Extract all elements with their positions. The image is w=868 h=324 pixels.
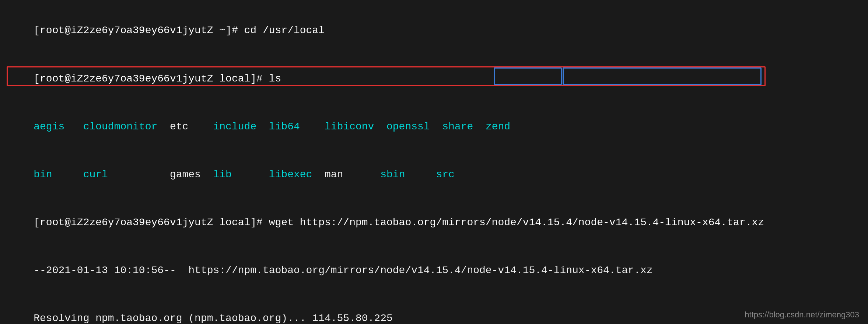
terminal: [root@iZ2ze6y7oa39ey66v1jyutZ ~]# cd /us…: [0, 0, 868, 324]
terminal-line-2: [root@iZ2ze6y7oa39ey66v1jyutZ local]# ls: [9, 55, 859, 102]
terminal-line-7: Resolving npm.taobao.org (npm.taobao.org…: [9, 295, 859, 324]
terminal-line-3: aegis cloudmonitor etc include lib64 lib…: [9, 102, 859, 150]
terminal-line-1: [root@iZ2ze6y7oa39ey66v1jyutZ ~]# cd /us…: [9, 7, 859, 55]
terminal-line-4: bin curl games lib libexec man sbin src: [9, 151, 859, 199]
watermark: https://blog.csdn.net/zimeng303: [745, 310, 859, 320]
terminal-line-6: --2021-01-13 10:10:56-- https://npm.taob…: [9, 247, 859, 295]
terminal-line-wget: [root@iZ2ze6y7oa39ey66v1jyutZ local]# wg…: [9, 199, 859, 247]
